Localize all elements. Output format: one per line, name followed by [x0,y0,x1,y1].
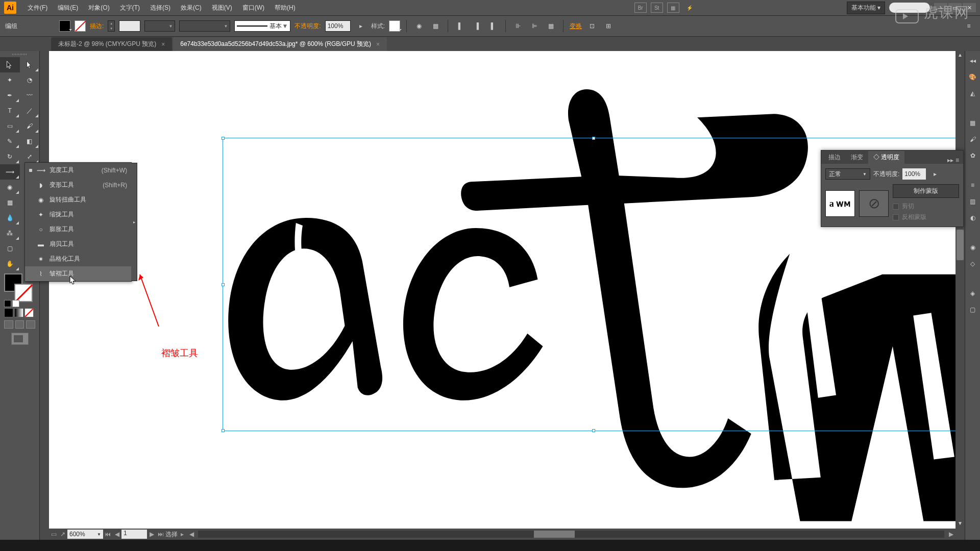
draw-inside-icon[interactable] [26,320,35,329]
opacity-input[interactable]: 100% [325,20,351,32]
menu-file[interactable]: 文件(F) [22,4,53,12]
document-tab-2[interactable]: 6e74b33e53d0aa5d5256b47d49dc53a.jpg* @ 6… [173,37,387,51]
type-tool[interactable]: T [0,103,20,118]
vertical-scrollbar[interactable]: ▲ ▼ [955,51,965,529]
bridge-icon[interactable]: Br [634,3,647,13]
edit-contents-icon[interactable]: ⊞ [602,20,615,32]
gradient-panel-icon[interactable]: ▥ [967,196,978,207]
mask-thumbnail[interactable]: ⊘ [859,190,889,217]
default-colors-icon[interactable] [4,300,19,307]
color-mode-none[interactable] [24,308,34,317]
recolor-icon[interactable]: ◉ [413,20,425,32]
color-panel-icon[interactable]: 🎨 [967,71,978,83]
zoom-dropdown[interactable]: 600%▼ [67,530,103,539]
blend-mode-dropdown[interactable]: 正常▼ [825,168,870,180]
pen-tool[interactable]: ✒ [0,88,20,103]
panel-opacity-input[interactable]: 100% [902,168,926,180]
symbol-sprayer-tool[interactable]: ⁂ [0,226,20,241]
distribute-v-icon[interactable]: ⊫ [528,20,541,32]
screen-mode-button[interactable] [0,331,39,347]
search-input[interactable] [889,3,930,13]
hscroll-left-arrow[interactable]: ◀ [187,530,196,539]
clip-checkbox[interactable]: 剪切 [893,201,959,212]
selection-tool[interactable] [0,57,20,72]
swatches-panel-icon[interactable]: ▦ [967,117,978,129]
rotate-tool[interactable]: ↻ [0,149,20,164]
fill-swatch[interactable] [59,20,70,32]
menu-object[interactable]: 对象(O) [83,4,114,12]
menu-select[interactable]: 选择(S) [145,4,176,12]
dock-expand-icon[interactable]: ◂◂ [967,55,978,66]
prev-page-icon[interactable]: ◀ [112,530,121,539]
menu-help[interactable]: 帮助(H) [270,4,301,12]
panel-tab-stroke[interactable]: 描边 [823,151,846,164]
stroke-style-dropdown[interactable]: 基本▼ [234,20,290,32]
hscroll-right-arrow[interactable]: ▶ [946,530,955,539]
symbols-panel-icon[interactable]: ✿ [967,150,978,161]
menu-type[interactable]: 文字(T) [115,4,145,12]
panel-opacity-arrow[interactable]: ▸ [929,168,941,180]
align-to-icon[interactable]: ▦ [545,20,557,32]
color-guide-panel-icon[interactable]: ◭ [967,88,978,99]
flyout-bloat-tool[interactable]: ○膨胀工具 [25,222,131,237]
flyout-warp-tool[interactable]: ◗变形工具(Shift+R) [25,178,131,192]
distribute-h-icon[interactable]: ⊪ [512,20,524,32]
share-icon[interactable]: ↗ [58,530,67,539]
color-mode-gradient[interactable] [14,308,23,317]
flyout-pucker-tool[interactable]: ✦缩拢工具 [25,207,131,222]
panel-menu-icon[interactable]: ≡ [955,157,959,164]
stroke-panel-icon[interactable]: ≡ [967,180,978,191]
workspace-switcher[interactable]: 基本功能 ▾ [847,2,885,14]
opacity-arrow[interactable]: ▸ [355,20,367,32]
flyout-scallop-tool[interactable]: ▬扇贝工具 [25,237,131,252]
close-tab-icon[interactable]: × [376,41,380,48]
scroll-down-arrow[interactable]: ▼ [957,520,964,528]
stroke-swatch[interactable] [75,20,86,32]
layers-panel-icon[interactable]: ◈ [967,288,978,299]
invert-mask-checkbox[interactable]: 反相蒙版 [893,212,959,222]
draw-normal-icon[interactable] [4,320,13,329]
window-close[interactable]: ✕ [963,3,976,12]
stroke-profile-dropdown[interactable]: ▼ [144,20,175,32]
line-tool[interactable]: ／ [20,103,40,118]
pencil-tool[interactable]: ✎ [0,134,20,149]
window-maximize[interactable]: ▭ [948,3,962,12]
toolbox-handle[interactable] [0,51,39,57]
flyout-width-tool[interactable]: ⟿宽度工具(Shift+W) [25,163,131,178]
stroke-proxy[interactable] [14,284,33,302]
draw-behind-icon[interactable] [15,320,24,329]
artboards-panel-icon[interactable]: ▢ [967,304,978,315]
width-tool[interactable]: ⟿ [0,164,20,180]
opacity-thumbnail[interactable]: a ᴡᴍ [825,190,855,217]
paintbrush-tool[interactable]: 🖌 [20,118,40,134]
first-page-icon[interactable]: ⏮ [103,530,112,539]
graphic-style-swatch[interactable] [389,20,400,32]
make-mask-button[interactable]: 制作蒙版 [893,184,959,198]
flyout-wrinkle-tool[interactable]: ⌇皱褶工具 [25,266,131,281]
align-left-icon[interactable]: ▌ [454,20,467,32]
panel-tab-gradient[interactable]: 渐变 [846,151,868,164]
close-tab-icon[interactable]: × [161,41,165,48]
eyedropper-tool[interactable]: 💧 [0,210,20,226]
color-mode-solid[interactable] [4,308,13,317]
scroll-up-arrow[interactable]: ▲ [957,52,964,59]
align-center-icon[interactable]: ▐ [471,20,483,32]
window-minimize[interactable]: — [934,3,947,12]
direct-selection-tool[interactable] [20,57,40,72]
mesh-tool[interactable]: ▦ [0,195,20,210]
brushes-panel-icon[interactable]: 🖌 [967,134,978,145]
panel-collapse-icon[interactable]: ▸▸ [947,157,953,164]
last-page-icon[interactable]: ⏭ [156,530,165,539]
status-arrow[interactable]: ▸ [178,530,187,539]
isolate-icon[interactable]: ⊡ [586,20,598,32]
artboard-tool[interactable]: ▢ [0,241,20,256]
menu-edit[interactable]: 编辑(E) [53,4,83,12]
transparency-panel-icon[interactable]: ◐ [967,212,978,223]
arrange-docs-icon[interactable]: ▦ [667,3,679,13]
transform-label[interactable]: 变换 [570,22,582,31]
panel-tab-transparency[interactable]: ◇ 透明度 [868,151,904,164]
stroke-weight-input[interactable] [119,20,140,32]
hand-tool[interactable]: ✋ [0,256,20,271]
magic-wand-tool[interactable]: ✦ [0,72,20,88]
artboard-nav-dropdown[interactable]: 1 [121,530,147,539]
